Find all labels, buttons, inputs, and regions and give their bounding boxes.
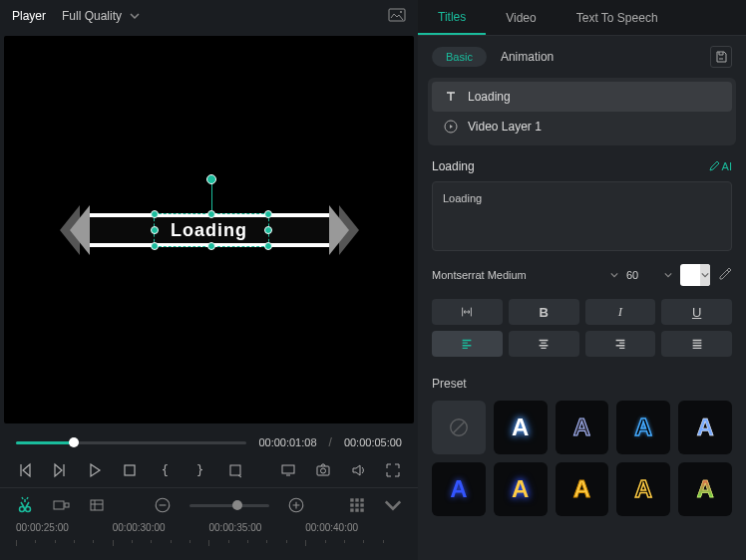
zoom-out-button[interactable] bbox=[154, 496, 172, 514]
marker-tool[interactable] bbox=[88, 496, 106, 514]
snapshot-button[interactable] bbox=[388, 8, 406, 25]
italic-button[interactable]: I bbox=[585, 299, 656, 325]
svg-rect-4 bbox=[282, 465, 294, 473]
display-button[interactable] bbox=[279, 461, 296, 479]
next-frame-button[interactable] bbox=[51, 461, 68, 479]
preview-viewport[interactable]: Loading bbox=[4, 36, 414, 423]
resize-handle[interactable] bbox=[151, 242, 159, 250]
bold-button[interactable]: B bbox=[509, 299, 579, 325]
svg-rect-5 bbox=[317, 466, 329, 475]
rotate-handle[interactable] bbox=[206, 174, 216, 184]
align-right-button[interactable] bbox=[585, 331, 656, 357]
resize-handle[interactable] bbox=[264, 226, 272, 234]
preset-item[interactable]: A bbox=[616, 462, 670, 516]
resize-handle[interactable] bbox=[264, 210, 272, 218]
resize-handle[interactable] bbox=[151, 210, 159, 218]
tab-titles[interactable]: Titles bbox=[418, 0, 486, 35]
preset-none[interactable] bbox=[432, 401, 486, 454]
svg-rect-10 bbox=[65, 503, 69, 507]
grid-view-button[interactable] bbox=[348, 496, 366, 514]
resize-handle[interactable] bbox=[207, 242, 215, 250]
align-left-button[interactable] bbox=[432, 331, 503, 357]
fullscreen-button[interactable] bbox=[385, 461, 402, 479]
svg-point-1 bbox=[400, 11, 402, 13]
ripple-tool[interactable] bbox=[52, 496, 70, 514]
volume-button[interactable] bbox=[350, 461, 367, 479]
preset-item[interactable]: A bbox=[494, 462, 548, 516]
eyedropper-icon bbox=[718, 267, 732, 281]
save-icon bbox=[715, 51, 727, 63]
font-size-select[interactable]: 60 bbox=[626, 263, 672, 287]
timeline-ruler[interactable]: 00:00:25:00 00:00:30:00 00:00:35:00 00:0… bbox=[0, 522, 418, 552]
font-family-select[interactable]: Montserrat Medium bbox=[432, 263, 618, 287]
subtab-basic[interactable]: Basic bbox=[432, 47, 487, 67]
quality-select[interactable]: Full Quality bbox=[62, 9, 140, 23]
svg-rect-16 bbox=[360, 498, 363, 501]
layer-item-video[interactable]: Video Layer 1 bbox=[432, 112, 732, 141]
time-separator: / bbox=[329, 435, 332, 449]
zoom-in-button[interactable] bbox=[287, 496, 305, 514]
ruler-label: 00:00:40:00 bbox=[305, 522, 402, 533]
stop-button[interactable] bbox=[122, 461, 139, 479]
svg-rect-17 bbox=[350, 503, 353, 506]
eyedropper-button[interactable] bbox=[718, 267, 732, 284]
font-family-value: Montserrat Medium bbox=[432, 269, 527, 281]
selection-box[interactable] bbox=[154, 213, 269, 247]
preset-item[interactable]: A bbox=[616, 401, 670, 454]
resize-handle[interactable] bbox=[207, 210, 215, 218]
quality-value: Full Quality bbox=[62, 9, 122, 23]
ai-label: AI bbox=[722, 160, 732, 172]
play-icon bbox=[444, 120, 458, 134]
resize-handle[interactable] bbox=[264, 242, 272, 250]
none-icon bbox=[448, 417, 470, 438]
title-text-input[interactable]: Loading bbox=[432, 181, 732, 251]
ai-button[interactable]: AI bbox=[708, 160, 732, 172]
align-center-button[interactable] bbox=[509, 331, 579, 357]
mark-in-button[interactable]: { bbox=[157, 461, 174, 479]
zoom-thumb[interactable] bbox=[232, 500, 242, 510]
mark-out-button[interactable]: } bbox=[191, 461, 208, 479]
char-spacing-button[interactable] bbox=[432, 299, 503, 325]
chevron-down-icon bbox=[610, 271, 618, 279]
preset-item[interactable]: A bbox=[678, 401, 732, 454]
pen-icon bbox=[708, 160, 720, 172]
svg-rect-18 bbox=[355, 503, 358, 506]
font-size-value: 60 bbox=[626, 269, 638, 281]
seek-bar[interactable] bbox=[16, 441, 246, 444]
layer-item-text[interactable]: Loading bbox=[432, 82, 732, 112]
svg-rect-3 bbox=[230, 465, 240, 475]
svg-point-8 bbox=[26, 507, 31, 512]
seek-thumb[interactable] bbox=[69, 437, 79, 447]
camera-button[interactable] bbox=[315, 461, 332, 479]
save-preset-button[interactable] bbox=[710, 46, 732, 68]
play-button[interactable] bbox=[86, 461, 103, 479]
chevron-down-icon bbox=[130, 11, 140, 21]
prev-frame-button[interactable] bbox=[16, 461, 33, 479]
svg-rect-11 bbox=[91, 500, 103, 510]
align-justify-button[interactable] bbox=[661, 331, 732, 357]
tab-video[interactable]: Video bbox=[486, 0, 556, 35]
subtab-animation[interactable]: Animation bbox=[501, 50, 554, 64]
timeline-menu-button[interactable] bbox=[384, 496, 402, 514]
svg-rect-2 bbox=[125, 465, 135, 475]
font-color-picker[interactable] bbox=[680, 264, 710, 286]
svg-rect-20 bbox=[350, 508, 353, 511]
preset-item[interactable]: A bbox=[432, 462, 486, 516]
zoom-slider[interactable] bbox=[189, 504, 269, 507]
preset-item[interactable]: A bbox=[556, 462, 609, 516]
preset-item[interactable]: A bbox=[556, 401, 609, 454]
auto-cut-tool[interactable] bbox=[16, 496, 34, 514]
ruler-label: 00:00:25:00 bbox=[16, 522, 113, 533]
section-title: Loading bbox=[432, 159, 475, 173]
resize-handle[interactable] bbox=[151, 226, 159, 234]
underline-button[interactable]: U bbox=[661, 299, 732, 325]
preset-item[interactable]: A bbox=[494, 401, 548, 454]
svg-rect-22 bbox=[360, 508, 363, 511]
layer-label: Video Layer 1 bbox=[468, 120, 542, 134]
svg-rect-21 bbox=[355, 508, 358, 511]
preset-item[interactable]: A bbox=[678, 462, 732, 516]
crop-button[interactable] bbox=[226, 461, 243, 479]
chevron-down-icon bbox=[664, 271, 672, 279]
text-icon bbox=[444, 90, 458, 104]
tab-tts[interactable]: Text To Speech bbox=[557, 0, 678, 35]
